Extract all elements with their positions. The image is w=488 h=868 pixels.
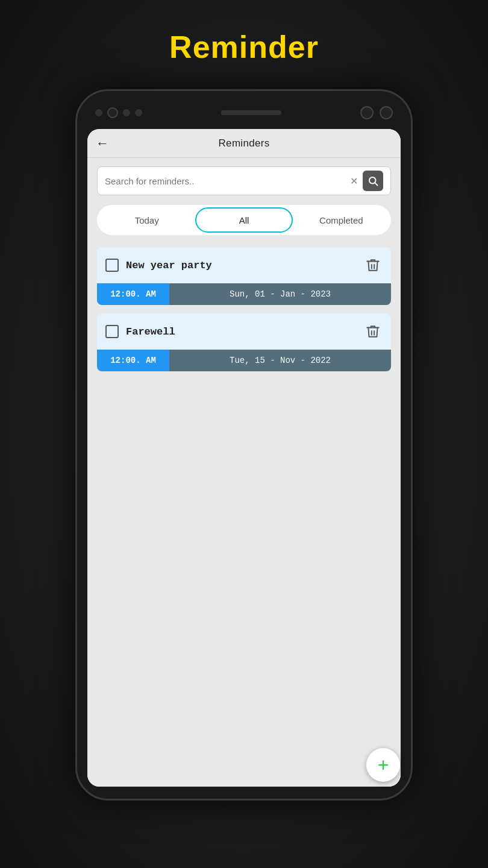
search-clear-icon[interactable]: ✕	[350, 175, 358, 187]
phone-right-icons	[360, 106, 393, 119]
reminder-delete-button-1[interactable]	[363, 256, 383, 275]
add-reminder-fab[interactable]: +	[366, 748, 400, 782]
screen-title: Reminders	[219, 137, 270, 149]
phone-circle-1	[360, 106, 374, 119]
phone-shell: ← Reminders ✕ Today	[75, 89, 413, 800]
svg-line-1	[375, 183, 377, 185]
back-button[interactable]: ←	[96, 136, 109, 151]
phone-camera-group	[95, 107, 142, 118]
phone-lens	[107, 107, 118, 118]
phone-dot-3	[135, 109, 142, 116]
phone-speaker-group	[221, 110, 281, 115]
phone-circle-2	[380, 106, 393, 119]
reminder-card-1: New year party 12:00. AM Sun, 01 - Jan	[97, 247, 391, 305]
tab-bar: Today All Completed	[97, 205, 391, 235]
reminder-top-row-2: Farewell	[97, 313, 391, 350]
app-title: Reminder	[169, 29, 319, 65]
screen-topbar: ← Reminders	[87, 129, 401, 158]
reminder-title-2: Farewell	[126, 326, 356, 338]
reminder-time-1: 12:00. AM	[97, 283, 169, 305]
reminder-time-2: 12:00. AM	[97, 350, 169, 371]
reminder-bottom-row-2: 12:00. AM Tue, 15 - Nov - 2022	[97, 350, 391, 371]
tab-all[interactable]: All	[195, 207, 292, 233]
search-button[interactable]	[363, 171, 383, 191]
tab-today[interactable]: Today	[99, 207, 194, 233]
search-input[interactable]	[105, 176, 345, 186]
reminder-checkbox-1[interactable]	[105, 259, 119, 272]
reminder-date-1: Sun, 01 - Jan - 2023	[169, 283, 391, 305]
reminder-checkbox-2[interactable]	[105, 325, 119, 338]
reminder-card-2: Farewell 12:00. AM Tue, 15 - Nov - 2022	[97, 313, 391, 371]
reminder-delete-button-2[interactable]	[363, 322, 383, 341]
search-bar[interactable]: ✕	[97, 166, 391, 195]
reminder-bottom-row-1: 12:00. AM Sun, 01 - Jan - 2023	[97, 283, 391, 305]
phone-hardware-bar	[77, 96, 411, 129]
phone-speaker	[221, 110, 281, 115]
phone-dot-2	[123, 109, 130, 116]
screen-content: ✕ Today All Completed	[87, 158, 401, 787]
reminder-date-2: Tue, 15 - Nov - 2022	[169, 350, 391, 371]
tab-completed[interactable]: Completed	[294, 207, 389, 233]
reminder-top-row-1: New year party	[97, 247, 391, 283]
reminder-title-1: New year party	[126, 260, 356, 271]
app-screen: ← Reminders ✕ Today	[87, 129, 401, 787]
phone-dot-1	[95, 109, 102, 116]
